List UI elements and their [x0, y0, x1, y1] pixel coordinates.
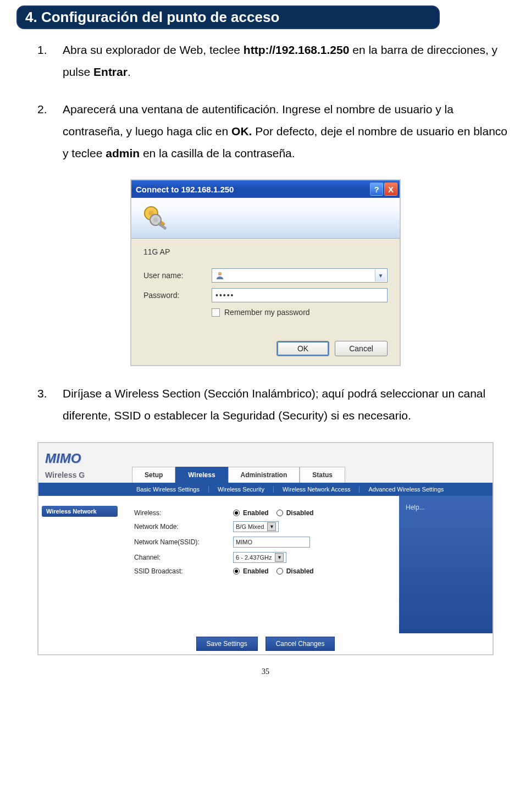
dialog-banner [131, 198, 400, 239]
chevron-down-icon[interactable]: ▼ [375, 269, 386, 281]
help-icon[interactable]: ? [370, 183, 383, 196]
remember-row: Remember my password [212, 308, 388, 317]
sub-tabs: Basic Wireless Settings Wireless Securit… [38, 483, 493, 496]
step-number: 1. [37, 39, 63, 83]
label-ssid: Network Name(SSID): [134, 538, 233, 546]
row-channel: Channel: 6 - 2.437GHz ▼ [134, 552, 390, 563]
value-enabled-2: Enabled [243, 567, 269, 575]
label-broadcast: SSID Broadcast: [134, 567, 233, 575]
settings-panel: Wireless: Enabled Disabled Network Mode:… [121, 496, 399, 633]
help-link[interactable]: Help... [406, 504, 425, 511]
select-channel[interactable]: 6 - 2.437GHz ▼ [233, 552, 286, 563]
row-ssid: Network Name(SSID): MIMO [134, 537, 390, 548]
close-icon[interactable]: X [384, 183, 397, 196]
password-row: Password: ••••• [143, 288, 388, 302]
subtab-access[interactable]: Wireless Network Access [274, 486, 359, 493]
page-number: 35 [16, 667, 515, 676]
section-title: 4. Configuración del punto de acceso [25, 9, 279, 25]
row-broadcast: SSID Broadcast: Enabled Disabled [134, 567, 390, 575]
value-disabled-2: Disabled [286, 567, 314, 575]
svg-point-4 [153, 218, 158, 222]
value-disabled: Disabled [286, 509, 314, 517]
row-mode: Network Mode: B/G Mixed ▼ [134, 521, 390, 532]
dialog-body: 11G AP User name: ▼ Password: ••••• Reme… [131, 239, 400, 365]
step-body: Aparecerá una ventana de autentificación… [63, 98, 515, 164]
step-3: 3. Diríjase a Wireless Section (Sección … [37, 383, 515, 427]
realm-label: 11G AP [143, 247, 388, 256]
subtab-basic[interactable]: Basic Wireless Settings [128, 486, 209, 493]
main-tabs: Setup Wireless Administration Status [122, 467, 493, 483]
sidebar-title: Wireless Network [42, 506, 118, 517]
label-mode: Network Mode: [134, 523, 233, 531]
select-mode[interactable]: B/G Mixed ▼ [233, 521, 279, 532]
tab-setup[interactable]: Setup [132, 467, 175, 483]
label-wireless: Wireless: [134, 509, 233, 517]
help-panel[interactable]: Help... [399, 496, 493, 633]
radio-disabled[interactable] [276, 510, 283, 516]
tab-wireless[interactable]: Wireless [175, 467, 228, 483]
chevron-down-icon: ▼ [267, 522, 276, 531]
remember-checkbox[interactable] [212, 308, 220, 317]
radio-broadcast-enabled[interactable] [233, 568, 240, 575]
user-icon [215, 271, 224, 280]
steps-list-2: 3. Diríjase a Wireless Section (Sección … [16, 383, 515, 427]
step-number: 3. [37, 383, 63, 427]
tab-administration[interactable]: Administration [228, 467, 300, 483]
radio-broadcast-disabled[interactable] [276, 568, 283, 575]
section-header: 4. Configuración del punto de acceso [16, 5, 440, 29]
step-body: Abra su explorador de Web, teclee http:/… [63, 39, 515, 83]
svg-point-6 [218, 272, 222, 275]
password-label: Password: [143, 291, 212, 300]
value-enabled: Enabled [243, 509, 269, 517]
router-admin: MIMO Wireless G Setup Wireless Administr… [37, 442, 494, 655]
remember-label: Remember my password [224, 308, 310, 317]
username-row: User name: ▼ [143, 268, 388, 283]
step-2: 2. Aparecerá una ventana de autentificac… [37, 98, 515, 164]
subtab-advanced[interactable]: Advanced Wireless Settings [359, 486, 452, 493]
step-number: 2. [37, 98, 63, 164]
dialog-title: Connect to 192.168.1.250 [136, 185, 369, 194]
logo-main: MIMO [45, 451, 81, 466]
dialog-titlebar[interactable]: Connect to 192.168.1.250 ? X [131, 180, 400, 198]
router-footer: Save Settings Cancel Changes [38, 633, 493, 654]
radio-enabled[interactable] [233, 510, 240, 516]
input-ssid[interactable]: MIMO [233, 537, 310, 548]
tab-status[interactable]: Status [300, 467, 345, 483]
logo-sub: Wireless G [45, 471, 85, 479]
dialog-buttons: OK Cancel [143, 341, 388, 356]
router-body: Wireless Network Wireless: Enabled Disab… [38, 496, 493, 633]
subtab-security[interactable]: Wireless Security [209, 486, 274, 493]
sidebar: Wireless Network [38, 496, 121, 633]
logo: MIMO Wireless G [43, 450, 122, 483]
username-input[interactable]: ▼ [212, 268, 388, 283]
steps-list: 1. Abra su explorador de Web, teclee htt… [16, 39, 515, 164]
router-header: MIMO Wireless G Setup Wireless Administr… [38, 443, 493, 483]
row-wireless: Wireless: Enabled Disabled [134, 509, 390, 517]
label-channel: Channel: [134, 554, 233, 561]
password-input[interactable]: ••••• [212, 288, 388, 302]
step-1: 1. Abra su explorador de Web, teclee htt… [37, 39, 515, 83]
step-body: Diríjase a Wireless Section (Sección Ina… [63, 383, 515, 427]
save-settings-button[interactable]: Save Settings [196, 637, 258, 651]
chevron-down-icon: ▼ [275, 553, 284, 562]
auth-dialog: Connect to 192.168.1.250 ? X 11G AP User… [130, 179, 401, 366]
ok-button[interactable]: OK [276, 341, 329, 356]
keys-icon [141, 203, 170, 232]
cancel-changes-button[interactable]: Cancel Changes [266, 637, 335, 651]
username-label: User name: [143, 271, 212, 280]
password-value: ••••• [215, 291, 235, 300]
cancel-button[interactable]: Cancel [335, 341, 388, 356]
